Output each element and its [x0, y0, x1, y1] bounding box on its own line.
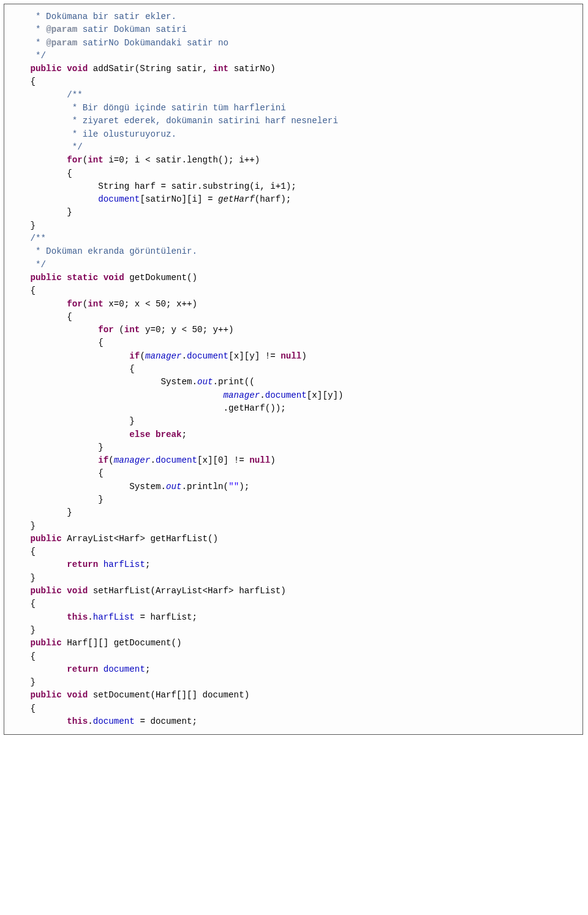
- token-kw: return: [67, 664, 98, 674]
- code-line: */: [4, 259, 571, 271]
- token-kw: return: [67, 560, 98, 569]
- token-field: document: [187, 351, 228, 361]
- code-line: this.document = document;: [4, 715, 571, 728]
- token-plain: [x][y] !=: [228, 351, 281, 361]
- code-line: * Bir döngü içinde satirin tüm harflerin…: [4, 102, 571, 115]
- token-kw: int: [88, 155, 104, 165]
- token-staticf: manager: [145, 351, 182, 361]
- code-line: * Dokümana bir satir ekler.: [4, 10, 571, 23]
- token-field: document: [265, 390, 307, 400]
- token-plain: Harf[][] getDocument(): [62, 638, 182, 648]
- token-plain: .getHarf());: [224, 403, 286, 413]
- code-line: /**: [4, 232, 571, 245]
- code-line: System.out.println("");: [4, 480, 571, 493]
- token-kw: int: [124, 325, 140, 335]
- code-line: */: [4, 50, 571, 63]
- token-plain: .: [182, 351, 187, 361]
- code-line: if(manager.document[x][0] != null): [4, 454, 571, 467]
- code-line: {: [4, 284, 571, 297]
- token-kw: null: [249, 455, 270, 465]
- token-plain: String harf = satir.substring(i, i+1);: [98, 181, 296, 191]
- token-staticf: manager: [114, 455, 151, 465]
- code-line: manager.document[x][y]): [4, 389, 571, 402]
- token-plain: (: [140, 351, 145, 361]
- token-plain: (: [108, 455, 114, 465]
- code-line: }: [4, 219, 571, 232]
- code-line: * ile olusturuyoruz.: [4, 128, 571, 141]
- token-plain: {: [31, 599, 36, 609]
- token-staticcall: getHarf: [218, 194, 255, 204]
- code-line: public static void getDokument(): [4, 271, 571, 284]
- code-line: for(int x=0; x < 50; x++): [4, 298, 571, 311]
- code-line: {: [4, 167, 571, 180]
- token-plain: .: [260, 390, 265, 400]
- code-line: {: [4, 598, 571, 610]
- token-plain: ;: [145, 664, 151, 674]
- token-comment: satir Doküman satiri: [77, 25, 187, 34]
- token-kw: public void: [31, 64, 88, 74]
- token-plain: setDocument(Harf[][] document): [88, 690, 249, 700]
- token-plain: i=0; i < satir.length(); i++): [104, 155, 260, 165]
- token-plain: ArrayList<Harf> getHarfList(): [62, 534, 218, 544]
- token-kw: this: [67, 612, 88, 622]
- token-comment: * Doküman ekranda görüntülenir.: [36, 246, 197, 256]
- code-line: {: [4, 650, 571, 663]
- code-line: public Harf[][] getDocument(): [4, 637, 571, 650]
- code-line: for(int i=0; i < satir.length(); i++): [4, 154, 571, 167]
- token-kw: int: [213, 64, 229, 74]
- token-plain: ): [301, 351, 307, 361]
- token-plain: {: [98, 468, 104, 478]
- token-field: harfList: [104, 560, 145, 569]
- token-plain: );: [239, 482, 249, 492]
- code-line: {: [4, 336, 571, 349]
- token-plain: addSatir(String satir,: [88, 64, 213, 74]
- token-plain: System.: [129, 482, 166, 492]
- code-line: this.harfList = harfList;: [4, 611, 571, 624]
- token-plain: {: [129, 364, 135, 374]
- token-plain: ;: [145, 560, 151, 569]
- token-plain: }: [67, 507, 72, 517]
- token-plain: (: [83, 299, 88, 309]
- token-kw: if: [98, 455, 108, 465]
- token-plain: (: [114, 325, 124, 335]
- token-comment: */: [36, 51, 46, 61]
- token-comment: * ziyaret ederek, dokümanin satirini har…: [72, 116, 338, 126]
- token-staticf: out: [197, 377, 213, 387]
- token-plain: = harfList;: [135, 612, 197, 622]
- token-plain: }: [31, 221, 36, 230]
- token-field: document: [104, 664, 145, 674]
- token-kw: public: [31, 638, 62, 648]
- token-doctag: @param: [46, 25, 77, 34]
- token-plain: [satirNo][i] =: [140, 194, 218, 204]
- token-plain: x=0; x < 50; x++): [104, 299, 197, 309]
- token-comment: * Dokümana bir satir ekler.: [36, 12, 176, 21]
- code-line: * Doküman ekranda görüntülenir.: [4, 245, 571, 258]
- token-plain: }: [31, 625, 36, 635]
- token-plain: }: [31, 521, 36, 531]
- token-plain: }: [31, 573, 36, 583]
- token-plain: .print((: [213, 377, 255, 387]
- token-plain: setHarfList(ArrayList<Harf> harfList): [88, 586, 286, 596]
- token-plain: }: [98, 495, 104, 504]
- token-plain: ;: [181, 430, 187, 439]
- token-comment: * Bir döngü içinde satirin tüm harflerin…: [72, 103, 286, 113]
- token-field: document: [93, 716, 135, 726]
- code-line: }: [4, 520, 571, 533]
- code-line: }: [4, 206, 571, 219]
- token-plain: {: [67, 169, 72, 178]
- token-doctag: @param: [46, 38, 77, 48]
- code-line: {: [4, 363, 571, 376]
- token-kw: for: [98, 325, 114, 335]
- code-line: */: [4, 141, 571, 154]
- token-comment: */: [36, 260, 46, 270]
- code-line: public void setDocument(Harf[][] documen…: [4, 689, 571, 702]
- token-kw: for: [67, 299, 83, 309]
- code-line: }: [4, 572, 571, 585]
- token-plain: [x][0] !=: [197, 455, 249, 465]
- token-comment: /**: [31, 233, 47, 243]
- code-line: }: [4, 624, 571, 637]
- code-line: for (int y=0; y < 50; y++): [4, 324, 571, 336]
- token-plain: y=0; y < 50; y++): [140, 325, 233, 335]
- token-plain: .: [88, 716, 93, 726]
- code-line: public void setHarfList(ArrayList<Harf> …: [4, 585, 571, 598]
